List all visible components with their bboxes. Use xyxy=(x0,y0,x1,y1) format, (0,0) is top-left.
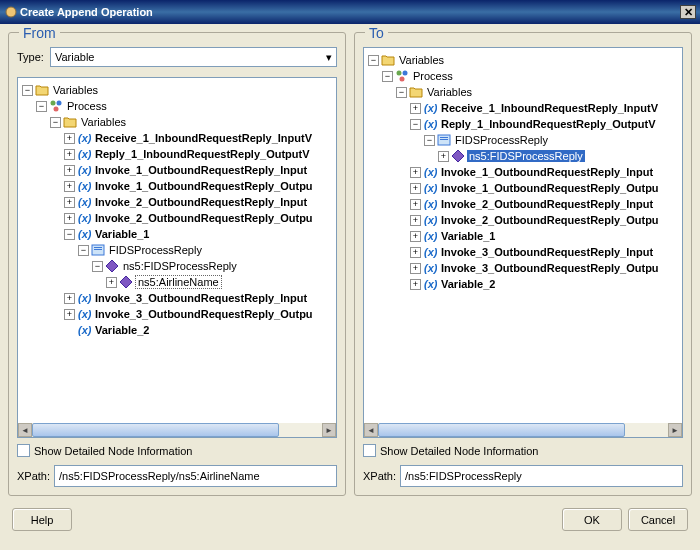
message-icon xyxy=(91,243,105,257)
var-node: Invoke_2_OutboundRequestReply_Input xyxy=(93,196,309,208)
variable-icon: (x) xyxy=(423,101,437,115)
element-icon xyxy=(119,275,133,289)
twisty-icon[interactable]: − xyxy=(64,229,75,240)
svg-point-20 xyxy=(403,71,408,76)
var-node: Variable_2 xyxy=(93,324,151,336)
svg-point-2 xyxy=(57,101,62,106)
twisty-icon[interactable]: + xyxy=(64,149,75,160)
variable-icon: (x) xyxy=(77,195,91,209)
element-icon xyxy=(451,149,465,163)
h-scrollbar[interactable]: ◄► xyxy=(18,423,336,437)
xpath-field[interactable]: /ns5:FIDSProcessReply xyxy=(400,465,683,487)
tree-root: Variables xyxy=(397,54,446,66)
var-node: Variable_1 xyxy=(439,230,497,242)
app-icon xyxy=(4,5,18,19)
tree-root: Variables xyxy=(51,84,100,96)
twisty-icon[interactable]: − xyxy=(78,245,89,256)
variable-icon: (x) xyxy=(77,147,91,161)
twisty-icon[interactable]: + xyxy=(410,231,421,242)
svg-marker-27 xyxy=(452,150,464,162)
twisty-icon[interactable]: + xyxy=(410,215,421,226)
twisty-icon[interactable]: + xyxy=(410,279,421,290)
twisty-icon[interactable]: − xyxy=(382,71,393,82)
twisty-icon[interactable]: + xyxy=(64,181,75,192)
var-node: Receive_1_InboundRequestReply_InputV xyxy=(439,102,660,114)
msg-node: FIDSProcessReply xyxy=(453,134,550,146)
twisty-icon[interactable]: − xyxy=(22,85,33,96)
var-node: Invoke_1_OutboundRequestReply_Outpu xyxy=(439,182,661,194)
var-node: Invoke_3_OutboundRequestReply_Input xyxy=(93,292,309,304)
help-button[interactable]: Help xyxy=(12,508,72,531)
variable-icon: (x) xyxy=(423,229,437,243)
show-detailed-checkbox[interactable] xyxy=(17,444,30,457)
type-select[interactable]: Variable ▾ xyxy=(50,47,337,67)
svg-text:(x): (x) xyxy=(424,102,437,114)
twisty-icon[interactable]: − xyxy=(396,87,407,98)
twisty-icon[interactable]: + xyxy=(64,133,75,144)
show-detailed-checkbox[interactable] xyxy=(363,444,376,457)
svg-text:(x): (x) xyxy=(78,324,91,336)
svg-point-21 xyxy=(400,77,405,82)
twisty-icon[interactable]: + xyxy=(64,165,75,176)
svg-rect-26 xyxy=(440,139,448,140)
var-node: Invoke_1_OutboundRequestReply_Input xyxy=(439,166,655,178)
twisty-icon[interactable]: − xyxy=(410,119,421,130)
xpath-field[interactable]: /ns5:FIDSProcessReply/ns5:AirlineName xyxy=(54,465,337,487)
twisty-icon[interactable]: + xyxy=(410,183,421,194)
twisty-icon[interactable]: − xyxy=(424,135,435,146)
twisty-icon[interactable]: + xyxy=(64,309,75,320)
variable-icon: (x) xyxy=(77,227,91,241)
twisty-icon[interactable]: + xyxy=(64,293,75,304)
variable-icon: (x) xyxy=(77,179,91,193)
var-node: Variable_1 xyxy=(93,228,151,240)
twisty-icon[interactable]: + xyxy=(410,199,421,210)
type-value: Variable xyxy=(55,51,95,63)
to-tree[interactable]: −Variables −Process −Variables +(x)Recei… xyxy=(363,47,683,438)
svg-text:(x): (x) xyxy=(424,230,437,242)
close-button[interactable]: ✕ xyxy=(680,5,696,19)
twisty-icon[interactable]: − xyxy=(92,261,103,272)
folder-icon xyxy=(35,83,49,97)
cancel-button[interactable]: Cancel xyxy=(628,508,688,531)
process-icon xyxy=(395,69,409,83)
twisty-icon[interactable]: − xyxy=(368,55,379,66)
twisty-icon[interactable]: + xyxy=(64,213,75,224)
svg-point-3 xyxy=(54,107,59,112)
variable-icon: (x) xyxy=(423,181,437,195)
twisty-icon[interactable]: − xyxy=(50,117,61,128)
twisty-icon[interactable]: + xyxy=(410,263,421,274)
variable-icon: (x) xyxy=(77,163,91,177)
from-title: From xyxy=(19,25,60,41)
scroll-right-icon[interactable]: ► xyxy=(322,423,336,437)
from-tree[interactable]: −Variables −Process −Variables +(x)Recei… xyxy=(17,77,337,438)
svg-text:(x): (x) xyxy=(424,198,437,210)
twisty-icon[interactable]: − xyxy=(36,101,47,112)
dialog-footer: Help OK Cancel xyxy=(0,504,700,541)
twisty-icon[interactable]: + xyxy=(410,167,421,178)
scroll-left-icon[interactable]: ◄ xyxy=(18,423,32,437)
message-icon xyxy=(437,133,451,147)
svg-text:(x): (x) xyxy=(78,196,91,208)
ok-button[interactable]: OK xyxy=(562,508,622,531)
svg-text:(x): (x) xyxy=(424,118,437,130)
svg-point-1 xyxy=(51,101,56,106)
scroll-left-icon[interactable]: ◄ xyxy=(364,423,378,437)
twisty-icon[interactable]: + xyxy=(106,277,117,288)
scroll-right-icon[interactable]: ► xyxy=(668,423,682,437)
svg-text:(x): (x) xyxy=(78,164,91,176)
twisty-icon[interactable]: + xyxy=(410,103,421,114)
svg-text:(x): (x) xyxy=(78,292,91,304)
var-node: Reply_1_InboundRequestReply_OutputV xyxy=(439,118,658,130)
twisty-icon[interactable]: + xyxy=(438,151,449,162)
svg-rect-25 xyxy=(440,137,448,138)
vars-node: Variables xyxy=(425,86,474,98)
process-node: Process xyxy=(411,70,455,82)
to-title: To xyxy=(365,25,388,41)
twisty-icon[interactable]: + xyxy=(64,197,75,208)
show-detailed-label: Show Detailed Node Information xyxy=(34,445,192,457)
twisty-icon[interactable]: + xyxy=(410,247,421,258)
h-scrollbar[interactable]: ◄► xyxy=(364,423,682,437)
svg-text:(x): (x) xyxy=(424,278,437,290)
var-node: Reply_1_InboundRequestReply_OutputV xyxy=(93,148,312,160)
var-node: Invoke_3_OutboundRequestReply_Outpu xyxy=(93,308,315,320)
